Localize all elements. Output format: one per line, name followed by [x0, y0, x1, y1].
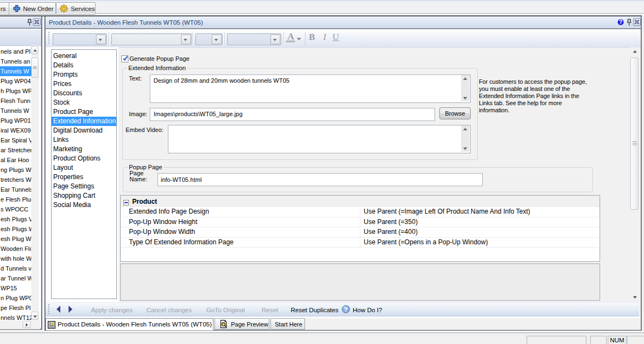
svg-text:?: ?	[619, 19, 622, 25]
svg-text:?: ?	[344, 306, 348, 313]
